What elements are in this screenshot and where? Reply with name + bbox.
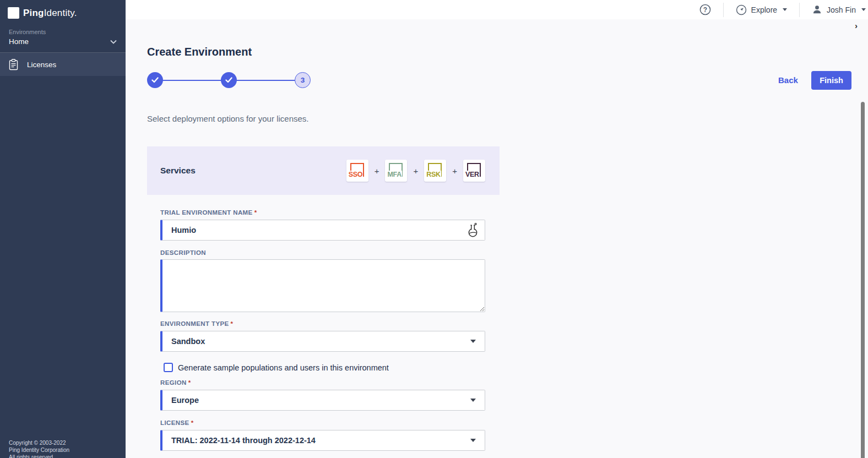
step-2-complete[interactable] [221,72,237,88]
trial-environment-name-input[interactable] [160,220,485,241]
ping-logo-mark-icon [8,7,19,19]
page-title: Create Environment [147,46,252,58]
sidebar-item-licenses-label: Licenses [27,61,56,69]
environment-switcher-label: Environments [9,29,117,35]
user-icon [812,4,822,15]
dropdown-caret-icon [470,439,476,442]
service-ver-icon: VER [463,160,485,182]
copyright-line3: All rights reserved [9,454,69,458]
service-rsk-label: RSK [426,171,441,178]
required-asterisk: * [191,419,194,426]
ping-logo-text: PingIdentity. [23,8,77,19]
label-text: LICENSE [160,419,189,426]
plus-separator: + [451,166,458,176]
region-value: Europe [171,396,199,405]
region-select[interactable]: Europe [160,390,485,411]
environment-type-label: ENVIRONMENT TYPE* [160,320,234,327]
vertical-scrollbar[interactable] [861,102,865,458]
label-text: DESCRIPTION [160,249,206,256]
generate-sample-row: Generate sample populations and users in… [164,363,389,372]
compass-icon [736,4,747,15]
description-textarea[interactable] [160,259,485,312]
stepper-line [155,80,229,81]
ping-identity-logo[interactable]: PingIdentity. [0,0,126,19]
check-icon [151,77,159,83]
region-label: REGION* [160,379,191,386]
user-name: Josh Fin [827,6,856,14]
step-3-current[interactable]: 3 [295,72,311,88]
dropdown-caret-icon [470,340,476,343]
create-environment-panel: Create Environment 3 Back Finish Select … [126,19,868,458]
service-ver-label: VER [465,171,480,178]
chevron-down-icon [783,8,787,11]
label-text: ENVIRONMENT TYPE [160,320,229,327]
current-environment-name: Home [9,37,117,46]
clipboard-icon [9,59,18,70]
user-menu[interactable]: Josh Fin [800,4,868,15]
generate-sample-checkbox[interactable] [164,363,173,372]
step-1-complete[interactable] [147,72,163,88]
wizard-stepper: 3 [147,72,310,89]
dropdown-caret-icon [470,399,476,402]
help-button[interactable]: ? [687,4,723,15]
service-rsk-icon: RSK [424,160,446,182]
services-title: Services [160,166,196,176]
generate-sample-label: Generate sample populations and users in… [178,363,389,372]
services-icon-row: SSO + MFA + RSK + VER [346,160,485,182]
finish-button[interactable]: Finish [811,71,851,90]
copyright-notice: Copyright © 2003-2022 Ping Identity Corp… [9,439,69,458]
services-banner: Services SSO + MFA + RSK + [147,146,500,195]
chevron-down-icon [110,40,117,44]
service-mfa-icon: MFA [385,160,407,182]
environment-switcher[interactable]: Environments Home [0,19,126,52]
chevron-down-icon [861,8,866,11]
required-asterisk: * [188,379,191,386]
sidebar: PingIdentity. Environments Home Licenses [0,0,126,458]
step-3-number: 3 [301,76,305,84]
sidebar-item-licenses[interactable]: Licenses [0,53,126,76]
logo-text-regular: Identity. [44,8,77,18]
license-select[interactable]: TRIAL: 2022-11-14 through 2022-12-14 [160,430,485,451]
trial-flask-icon [466,223,480,237]
logo-text-bold: Ping [23,8,44,18]
license-value: TRIAL: 2022-11-14 through 2022-12-14 [171,436,316,445]
copyright-line2: Ping Identity Corporation [9,446,69,454]
explore-label: Explore [751,6,777,14]
svg-text:?: ? [703,6,707,14]
plus-separator: + [412,166,419,176]
explore-menu[interactable]: Explore [724,4,799,15]
help-icon: ? [699,4,711,15]
back-button[interactable]: Back [778,75,798,85]
step-description: Select deployment options for your licen… [147,114,309,123]
label-text: TRIAL ENVIRONMENT NAME [160,209,253,216]
plus-separator: + [373,166,381,176]
label-text: REGION [160,379,187,386]
copyright-line1: Copyright © 2003-2022 [9,439,69,446]
trial-environment-name-label: TRIAL ENVIRONMENT NAME* [160,209,257,216]
license-label: LICENSE* [160,419,194,426]
service-sso-icon: SSO [346,160,368,182]
description-label: DESCRIPTION [160,249,206,256]
required-asterisk: * [254,209,257,216]
service-sso-label: SSO [348,171,364,178]
required-asterisk: * [231,320,234,327]
stepper-line [229,80,303,81]
check-icon [225,77,232,83]
app-window: PingIdentity. Environments Home Licenses [0,0,868,458]
environment-type-select[interactable]: Sandbox [160,331,485,352]
environment-type-value: Sandbox [171,337,205,346]
top-bar: ? Explore Josh Fin [126,0,868,19]
service-mfa-label: MFA [387,171,402,178]
